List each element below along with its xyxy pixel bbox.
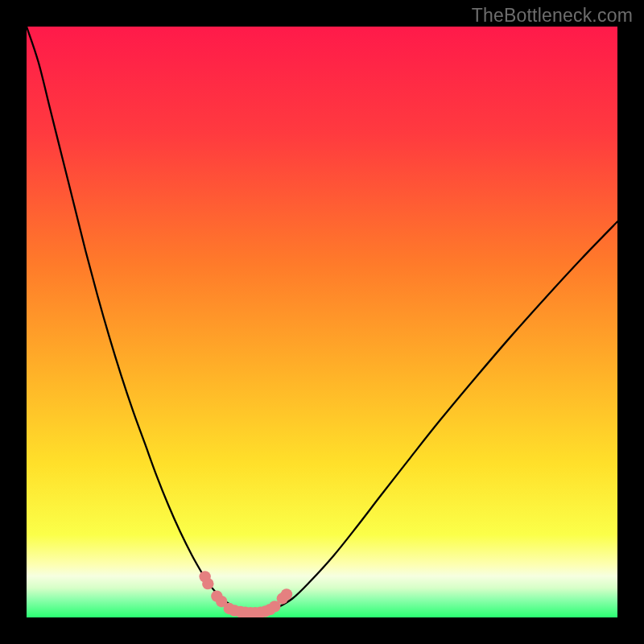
watermark-text: TheBottleneck.com [472, 5, 633, 27]
chart-frame: TheBottleneck.com [0, 0, 644, 644]
gradient-background [27, 27, 617, 617]
marker-point [281, 588, 292, 600]
chart-plot [27, 27, 617, 617]
marker-point [202, 578, 213, 589]
